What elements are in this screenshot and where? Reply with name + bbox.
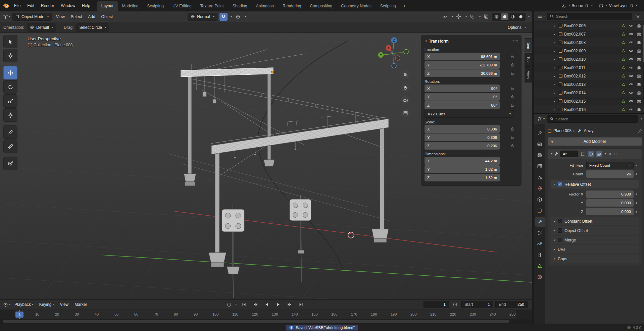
end-frame-field[interactable]: End 250	[495, 301, 528, 308]
disable-render-camera-icon[interactable]	[637, 82, 641, 87]
relative-offset-section[interactable]: ▾ ✓ Relative Offset	[551, 180, 639, 188]
viewport-menu-object[interactable]: Object	[98, 13, 116, 20]
menu-render[interactable]: Render	[38, 2, 57, 9]
sidebar-tab-tool[interactable]: Tool	[525, 53, 532, 67]
tab-tool[interactable]	[534, 128, 545, 138]
tab-particles[interactable]	[534, 228, 545, 238]
rotation-mode-dropdown[interactable]: XYZ Euler▾	[425, 110, 514, 118]
count-field[interactable]: 26	[586, 170, 634, 178]
editor-type-button[interactable]: ▾	[3, 13, 11, 21]
hide-viewport-eye-icon[interactable]	[629, 23, 634, 28]
transform-field-scale-x[interactable]: X0.306	[425, 125, 500, 133]
section-constant-offset[interactable]: ▸Constant Offset	[551, 217, 639, 225]
outliner-row[interactable]: ▸Box002.012	[534, 72, 644, 80]
modifier-name-field[interactable]: Ar...	[560, 151, 578, 157]
play-button[interactable]	[274, 300, 282, 309]
outliner-row[interactable]: ▸Box002.009	[534, 47, 644, 55]
workspace-tab-uv-editing[interactable]: UV Editing	[168, 1, 196, 11]
edit-mode-toggle[interactable]	[580, 151, 586, 157]
show-gizmo-button[interactable]	[455, 13, 463, 21]
shading-rendered-button[interactable]	[517, 13, 525, 20]
chevron-down-icon[interactable]: ▾	[641, 118, 642, 120]
chevron-down-icon[interactable]: ▾	[452, 15, 453, 18]
lock-icon[interactable]	[510, 144, 514, 148]
filter-icon[interactable]	[634, 12, 642, 20]
snap-magnet-button[interactable]	[219, 13, 228, 21]
animate-decorator[interactable]	[636, 194, 637, 195]
menu-edit[interactable]: Edit	[24, 2, 38, 9]
menu-help[interactable]: Help	[79, 2, 94, 9]
mode-dropdown[interactable]: Object Mode ▾	[12, 13, 52, 21]
frame-ruler[interactable]: 1 11020304050607080901001101201301401501…	[0, 310, 532, 319]
section-caps[interactable]: ▸Caps	[551, 255, 639, 263]
properties-search-input[interactable]	[556, 117, 635, 121]
object-visibility-button[interactable]	[441, 13, 449, 21]
tab-render[interactable]	[534, 139, 545, 149]
disable-render-camera-icon[interactable]	[637, 23, 641, 28]
viewport-menu-add[interactable]: Add	[85, 13, 98, 20]
workspace-tab-geometry-nodes[interactable]: Geometry Nodes	[337, 1, 376, 11]
collapse-arrow-icon[interactable]: ▾	[551, 153, 552, 155]
lock-icon[interactable]	[510, 86, 514, 91]
shading-options-chevron[interactable]: ▾	[528, 15, 530, 18]
shading-wireframe-button[interactable]	[493, 13, 500, 20]
add-cube-tool[interactable]	[3, 157, 17, 170]
lock-icon[interactable]	[510, 71, 514, 75]
lock-icon[interactable]	[510, 54, 514, 59]
auto-keying-button[interactable]	[227, 303, 231, 307]
viewlayer-selector[interactable]: ▾ ViewLayer ✕	[597, 2, 640, 9]
add-workspace-button[interactable]: +	[400, 1, 409, 11]
workspace-tab-rendering[interactable]: Rendering	[278, 1, 305, 11]
lock-icon[interactable]	[510, 63, 514, 67]
transform-field-dimensions-y[interactable]: Y1.82 m	[425, 165, 500, 173]
transform-field-rotation-y[interactable]: Y0°	[425, 93, 500, 101]
extras-chevron[interactable]: ▾	[605, 153, 606, 155]
shading-material-button[interactable]	[509, 13, 516, 20]
viewport-menu-select[interactable]: Select	[68, 13, 85, 20]
jump-to-end-button[interactable]	[297, 300, 305, 309]
scale-tool[interactable]	[3, 94, 17, 108]
gizmo-x-neg[interactable]	[395, 56, 400, 60]
expand-arrow-icon[interactable]: ▸	[554, 49, 557, 53]
outliner-scrollbar[interactable]	[643, 23, 644, 103]
breadcrumb-modifier[interactable]: Array	[584, 128, 594, 133]
viewlayer-name[interactable]: ViewLayer	[609, 3, 628, 8]
transform-field-scale-y[interactable]: Y0.306	[425, 133, 500, 141]
transform-field-rotation-z[interactable]: Z80°	[425, 101, 500, 109]
pin-icon[interactable]	[638, 129, 642, 133]
camera-view-icon[interactable]	[401, 96, 410, 105]
drag-dropdown[interactable]: Select Circle ▾	[76, 23, 109, 32]
expand-arrow-icon[interactable]: ▸	[554, 239, 555, 241]
tab-view-layer[interactable]	[534, 161, 545, 171]
snap-options-chevron[interactable]: ▾	[231, 15, 232, 18]
hide-viewport-eye-icon[interactable]	[629, 65, 634, 70]
outliner-row[interactable]: ▸Box002.007	[534, 30, 644, 38]
toggle-xray-button[interactable]	[482, 13, 490, 21]
tab-modifiers[interactable]	[535, 217, 545, 227]
modifier-header[interactable]: ▾ Ar... ▾ ✕ ∷	[548, 149, 642, 159]
proportional-falloff-chevron[interactable]: ▾	[245, 15, 246, 18]
hide-viewport-eye-icon[interactable]	[629, 32, 634, 37]
viewport-canvas[interactable]: Z X Y User Perspective (1) Collection | …	[0, 33, 532, 299]
tab-scene[interactable]	[534, 172, 545, 182]
transform-field-dimensions-z[interactable]: Z1.82 m	[425, 174, 500, 181]
remove-viewlayer-icon[interactable]: ✕	[635, 4, 638, 7]
timeline-editor-type-button[interactable]: ▾	[3, 300, 11, 309]
tab-physics[interactable]	[534, 239, 545, 249]
tab-object[interactable]	[534, 206, 545, 216]
expand-arrow-icon[interactable]: ▸	[554, 58, 557, 61]
expand-arrow-icon[interactable]: ▸	[554, 220, 555, 223]
tab-collection[interactable]	[534, 195, 545, 205]
outliner-search[interactable]	[547, 13, 632, 20]
properties-editor-type-button[interactable]: ▾	[537, 115, 545, 123]
drag-grip-icon[interactable]: ∷	[614, 152, 617, 156]
outliner-row[interactable]: ▸Box002.011	[534, 63, 644, 72]
shading-solid-button[interactable]	[501, 13, 508, 20]
disable-render-camera-icon[interactable]	[637, 32, 641, 37]
viewport-menu-view[interactable]: View	[53, 13, 68, 20]
current-frame-field[interactable]: 1	[424, 301, 449, 308]
properties-search[interactable]	[547, 115, 638, 123]
orthographic-toggle-icon[interactable]	[401, 109, 410, 117]
options-dropdown[interactable]: Options ▾	[505, 23, 529, 32]
gizmo-z-neg[interactable]	[392, 63, 396, 68]
